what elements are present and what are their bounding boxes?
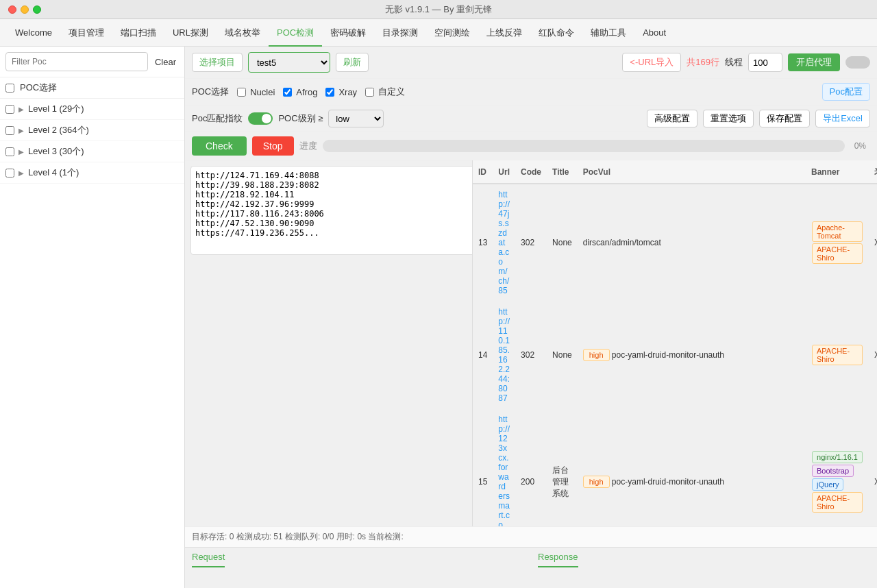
project-select[interactable]: test5	[248, 52, 330, 73]
xray-group: Xray	[325, 87, 357, 97]
xray-checkbox[interactable]	[325, 88, 334, 97]
nav-item-红队命令[interactable]: 红队命令	[530, 19, 582, 47]
minimize-button[interactable]	[21, 5, 29, 14]
cell-id: 13	[473, 184, 493, 302]
cell-source: Xray	[869, 302, 877, 409]
nav-item-About[interactable]: About	[634, 19, 674, 47]
action-row: Check Stop 进度 0%	[185, 132, 877, 160]
status-text: 目标存活: 0 检测成功: 51 检测队列: 0/0 用时: 0s 当前检测:	[192, 532, 404, 541]
select-project-button[interactable]: 选择项目	[192, 53, 243, 72]
thread-input[interactable]	[748, 53, 782, 72]
tree-item-level-4[interactable]: ▶ Level 4 (1个)	[0, 162, 184, 184]
cell-banner: Apache-TomcatAPACHE-Shiro	[806, 184, 869, 302]
close-button[interactable]	[8, 5, 16, 14]
cell-code: 302	[515, 184, 547, 302]
results-table: ID Url Code Title PocVul Banner 来源 13htt…	[473, 160, 877, 526]
proxy-toggle[interactable]	[845, 56, 870, 69]
request-tab[interactable]: Request	[192, 548, 225, 567]
cell-source: Xray	[869, 184, 877, 302]
refresh-button[interactable]: 刷新	[336, 53, 369, 72]
nav-item-辅助工具[interactable]: 辅助工具	[582, 19, 634, 47]
tree-checkbox-4[interactable]	[5, 169, 14, 177]
cell-pocvul: high poc-yaml-druid-monitor-unauth	[578, 409, 806, 527]
tree-label-1: Level 1 (29个)	[28, 103, 84, 115]
url-input-section	[185, 160, 473, 526]
check-button[interactable]: Check	[192, 136, 247, 156]
xray-label: Xray	[338, 87, 357, 97]
clear-button[interactable]: Clear	[152, 56, 179, 69]
cell-pocvul: high poc-yaml-druid-monitor-unauth	[578, 302, 806, 409]
table-row[interactable]: 13http://47js.szdata.com/ch/85302Nonedir…	[473, 184, 877, 302]
chevron-icon-3: ▶	[18, 148, 24, 156]
tree-checkbox-1[interactable]	[5, 105, 14, 114]
url-link[interactable]: http://110.185.162.244:8087	[498, 307, 510, 403]
nav-item-项目管理[interactable]: 项目管理	[60, 19, 112, 47]
col-url: Url	[493, 160, 515, 184]
table-row[interactable]: 15http://123xcx.forwardersmart.com:80200…	[473, 409, 877, 527]
poc-select-label: POC选择	[20, 82, 57, 94]
cell-banner: APACHE-Shiro	[806, 302, 869, 409]
toolbar-row1: 选择项目 test5 刷新 <-URL导入 共169行 线程 开启代理	[185, 47, 877, 79]
banner-tag: Apache-Tomcat	[812, 221, 863, 242]
response-tab[interactable]: Response	[538, 548, 578, 567]
maximize-button[interactable]	[33, 5, 41, 14]
url-link[interactable]: http://47js.szdata.com/ch/85	[498, 190, 510, 295]
nav-item-POC检测[interactable]: POC检测	[269, 19, 322, 47]
progress-text: 0%	[850, 141, 870, 151]
nuclei-checkbox[interactable]	[237, 88, 246, 97]
titlebar: 无影 v1.9.1 — By 重剑无锋	[0, 0, 877, 19]
response-panel: Response	[531, 548, 877, 588]
nav-item-上线反弹[interactable]: 上线反弹	[478, 19, 530, 47]
left-toolbar: Clear	[0, 47, 184, 77]
banner-tag: APACHE-Shiro	[812, 243, 863, 264]
tree-item-level-1[interactable]: ▶ Level 1 (29个)	[0, 99, 184, 120]
tree-label-3: Level 3 (30个)	[28, 145, 84, 158]
severity-badge: high	[583, 349, 610, 361]
severity-badge: high	[583, 476, 610, 488]
table-row[interactable]: 14http://110.185.162.244:8087302Nonehigh…	[473, 302, 877, 409]
filter-poc-input[interactable]	[5, 52, 148, 71]
chevron-icon-2: ▶	[18, 127, 24, 134]
cell-code: 302	[515, 302, 547, 409]
proxy-button[interactable]: 开启代理	[788, 53, 840, 71]
tree-checkbox-3[interactable]	[5, 147, 14, 156]
tree-checkbox-2[interactable]	[5, 126, 14, 135]
custom-label: 自定义	[378, 86, 405, 98]
poc-match-toggle[interactable]	[248, 112, 273, 125]
save-config-button[interactable]: 保存配置	[759, 110, 810, 127]
banner-tag: Bootstrap	[812, 465, 854, 477]
nav-item-URL探测[interactable]: URL探测	[164, 19, 217, 47]
chevron-icon-1: ▶	[18, 106, 24, 113]
table-section: ID Url Code Title PocVul Banner 来源 13htt…	[473, 160, 877, 526]
url-link[interactable]: http://123xcx.forwardersmart.com:80	[498, 415, 510, 526]
cell-title: None	[547, 302, 578, 409]
custom-group: 自定义	[365, 86, 405, 98]
tree-item-level-3[interactable]: ▶ Level 3 (30个)	[0, 141, 184, 162]
nav-item-目录探测[interactable]: 目录探测	[374, 19, 426, 47]
afrog-checkbox[interactable]	[283, 88, 292, 97]
nav-item-Welcome[interactable]: Welcome	[7, 19, 60, 47]
reset-button[interactable]: 重置选项	[703, 110, 754, 127]
url-textarea[interactable]	[190, 166, 473, 255]
select-all-checkbox[interactable]	[5, 84, 14, 93]
custom-checkbox[interactable]	[365, 88, 374, 97]
banner-tag: APACHE-Shiro	[812, 492, 863, 513]
nav-item-端口扫描[interactable]: 端口扫描	[112, 19, 164, 47]
adv-config-button[interactable]: 高级配置	[647, 110, 697, 127]
poc-config-button[interactable]: Poc配置	[822, 83, 870, 101]
nav-item-域名枚举[interactable]: 域名枚举	[217, 19, 269, 47]
col-title: Title	[547, 160, 578, 184]
tree-item-level-2[interactable]: ▶ Level 2 (364个)	[0, 120, 184, 141]
nav-item-密码破解[interactable]: 密码破解	[322, 19, 374, 47]
nav-item-空间测绘[interactable]: 空间测绘	[426, 19, 478, 47]
main-layout: Clear POC选择 ▶ Level 1 (29个) ▶ Level 2 (3…	[0, 47, 877, 588]
bottom-panels: Request Response	[185, 547, 877, 588]
stop-button[interactable]: Stop	[252, 136, 294, 156]
export-excel-button[interactable]: 导出Excel	[815, 110, 870, 127]
poc-level-select[interactable]: low medium high critical	[328, 110, 384, 127]
toolbar-row2: POC选择 Nuclei Afrog Xray 自定义	[185, 79, 877, 106]
col-id: ID	[473, 160, 493, 184]
right-section: 选择项目 test5 刷新 <-URL导入 共169行 线程 开启代理 POC选…	[185, 47, 877, 588]
url-import-button[interactable]: <-URL导入	[622, 53, 681, 72]
poc-select-label2: POC选择	[192, 86, 229, 98]
